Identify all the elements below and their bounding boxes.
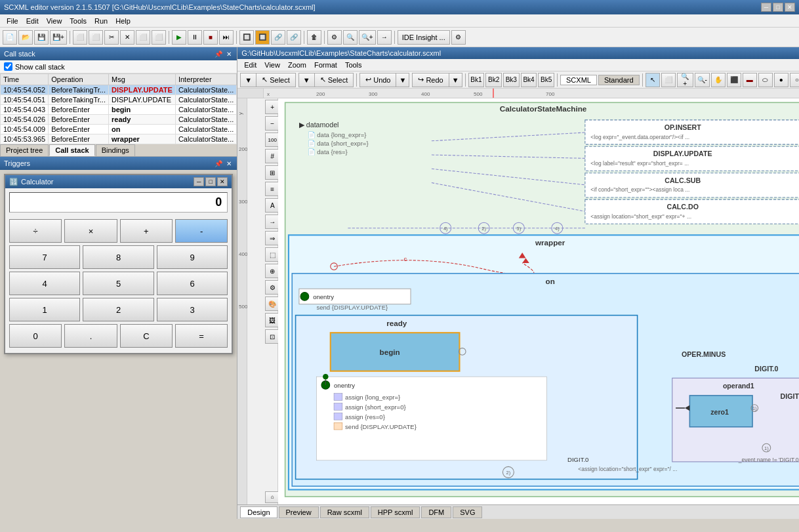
tb-icon-1[interactable]: 🔲 — [239, 30, 254, 45]
tb-btn-8[interactable]: ⬜ — [136, 30, 150, 45]
calc-4[interactable]: 4 — [9, 272, 80, 295]
side-home[interactable]: ⌂ — [265, 491, 279, 503]
close-panel-button[interactable]: ✕ — [225, 51, 233, 58]
tb-icon-4[interactable]: 🔗 — [287, 30, 301, 45]
calc-6[interactable]: 6 — [157, 272, 228, 295]
side-font[interactable]: A — [265, 198, 279, 213]
canvas-container[interactable]: CalculatorStateMachine ▶ datamodel 📄 dat… — [278, 98, 799, 504]
tb-btn-x[interactable]: ✕ — [120, 30, 134, 45]
menu-edit[interactable]: Edit — [22, 16, 43, 26]
ide-settings-button[interactable]: ⚙ — [451, 30, 466, 45]
calc-multiply[interactable]: × — [64, 219, 117, 243]
side-expand[interactable]: ⊕ — [265, 264, 279, 278]
tb-icon-5[interactable]: ⚙ — [327, 30, 342, 45]
select-arrow-icon[interactable]: ▼ — [241, 73, 256, 87]
pause-button[interactable]: ⏸ — [188, 30, 202, 45]
tb-icon-3[interactable]: 🔗 — [271, 30, 285, 45]
bk2-button[interactable]: Bk2 — [485, 73, 502, 87]
tb-icon-2[interactable]: 🔲 — [255, 30, 270, 45]
side-zoom-percent[interactable]: 100 — [265, 133, 279, 147]
side-snap[interactable]: ⊞ — [265, 165, 279, 180]
minimize-button[interactable]: ─ — [761, 3, 771, 12]
fit-tool[interactable]: ⬛ — [727, 73, 741, 87]
triggers-close-button[interactable]: ✕ — [225, 160, 233, 167]
pin-icon[interactable]: 📌 — [213, 51, 224, 58]
tab-raw-scxml[interactable]: Raw scxml — [320, 506, 369, 518]
calc-clear[interactable]: C — [120, 324, 173, 348]
maximize-button[interactable]: □ — [773, 3, 783, 12]
side-zoom-in[interactable]: + — [265, 100, 279, 114]
side-zoom-out[interactable]: − — [265, 116, 279, 131]
bk4-button[interactable]: Bk4 — [521, 73, 537, 87]
close-button[interactable]: ✕ — [785, 3, 795, 12]
zoom-out-tool[interactable]: 🔍- — [695, 73, 710, 87]
diag-menu-format[interactable]: Format — [310, 60, 341, 70]
circle-tool[interactable]: ● — [774, 73, 789, 87]
calc-equals[interactable]: = — [175, 324, 228, 348]
calc-5[interactable]: 5 — [83, 272, 154, 295]
tab-project-tree[interactable]: Project tree — [0, 144, 49, 156]
tab-preview[interactable]: Preview — [279, 506, 319, 518]
pan-tool[interactable]: ✋ — [711, 73, 726, 87]
select-button-2[interactable]: ↖ Select — [315, 73, 354, 87]
menu-file[interactable]: File — [3, 16, 22, 26]
side-align[interactable]: ≡ — [265, 182, 279, 196]
redo-button[interactable]: ↪ Redo — [413, 73, 449, 87]
tb-btn-5[interactable]: ⬜ — [73, 30, 87, 45]
undo-button[interactable]: ↩ Undo — [360, 73, 396, 87]
side-connect2[interactable]: ⇒ — [265, 231, 279, 245]
menu-run[interactable]: Run — [91, 16, 112, 26]
new-button[interactable]: 📄 — [3, 30, 17, 45]
ring-tool[interactable]: ○ — [790, 73, 799, 87]
save-all-button[interactable]: 💾+ — [50, 30, 67, 45]
menu-view[interactable]: View — [43, 16, 66, 26]
tab-bindings[interactable]: Bindings — [96, 144, 135, 156]
undo-arrow[interactable]: ▼ — [396, 73, 409, 87]
menu-help[interactable]: Help — [112, 16, 134, 26]
standard-tab[interactable]: Standard — [598, 75, 640, 85]
tab-call-stack[interactable]: Call stack — [49, 144, 94, 156]
show-call-stack-checkbox[interactable] — [4, 62, 12, 71]
calc-7[interactable]: 7 — [9, 245, 80, 269]
scxml-tab[interactable]: SCXML — [560, 75, 597, 85]
calc-close[interactable]: ✕ — [217, 177, 228, 186]
tb-btn-6[interactable]: ⬜ — [89, 30, 103, 45]
ide-insight-button[interactable]: IDE Insight ... — [398, 30, 450, 45]
menu-tools[interactable]: Tools — [66, 16, 91, 26]
triggers-pin-icon[interactable]: 📌 — [213, 160, 224, 167]
diag-menu-zoom[interactable]: Zoom — [284, 60, 310, 70]
arrow-tool[interactable]: ↖ — [645, 73, 660, 87]
bk3-button[interactable]: Bk3 — [503, 73, 520, 87]
select-arrow-icon-2[interactable]: ▼ — [299, 73, 315, 87]
play-button[interactable]: ▶ — [172, 30, 186, 45]
tab-design[interactable]: Design — [240, 506, 277, 518]
calc-dot[interactable]: . — [64, 324, 117, 348]
diag-menu-edit[interactable]: Edit — [240, 60, 260, 70]
ellipse-tool[interactable]: ⬭ — [758, 73, 773, 87]
select-button-1[interactable]: ↖ Select — [256, 73, 295, 87]
bk1-button[interactable]: Bk1 — [468, 73, 485, 87]
tb-icon-6[interactable]: 🔍 — [343, 30, 358, 45]
tb-icon-8[interactable]: → — [377, 30, 392, 45]
calc-plus[interactable]: + — [120, 219, 173, 243]
calc-9[interactable]: 9 — [157, 245, 228, 269]
tb-icon-7[interactable]: 🔍+ — [359, 30, 376, 45]
side-image[interactable]: 🖼 — [265, 313, 279, 327]
calc-1[interactable]: 1 — [9, 298, 80, 321]
side-group[interactable]: ⬚ — [265, 247, 279, 262]
redo-arrow[interactable]: ▼ — [449, 73, 462, 87]
side-connect[interactable]: → — [265, 215, 279, 229]
diag-menu-tools[interactable]: Tools — [341, 60, 366, 70]
tb-btn-9[interactable]: ⬜ — [152, 30, 166, 45]
bk5-button[interactable]: Bk5 — [538, 73, 554, 87]
side-grid[interactable]: # — [265, 149, 279, 163]
tb-btn-7[interactable]: ✂ — [104, 30, 119, 45]
calc-2[interactable]: 2 — [83, 298, 154, 321]
stop-button[interactable]: ■ — [203, 30, 218, 45]
diag-menu-view[interactable]: View — [260, 60, 284, 70]
tab-dfm[interactable]: DFM — [421, 506, 451, 518]
side-prop[interactable]: ⚙ — [265, 280, 279, 295]
calc-minimize[interactable]: ─ — [194, 177, 204, 186]
delete-button[interactable]: 🗑 — [307, 30, 321, 45]
calc-minus[interactable]: - — [175, 219, 228, 243]
